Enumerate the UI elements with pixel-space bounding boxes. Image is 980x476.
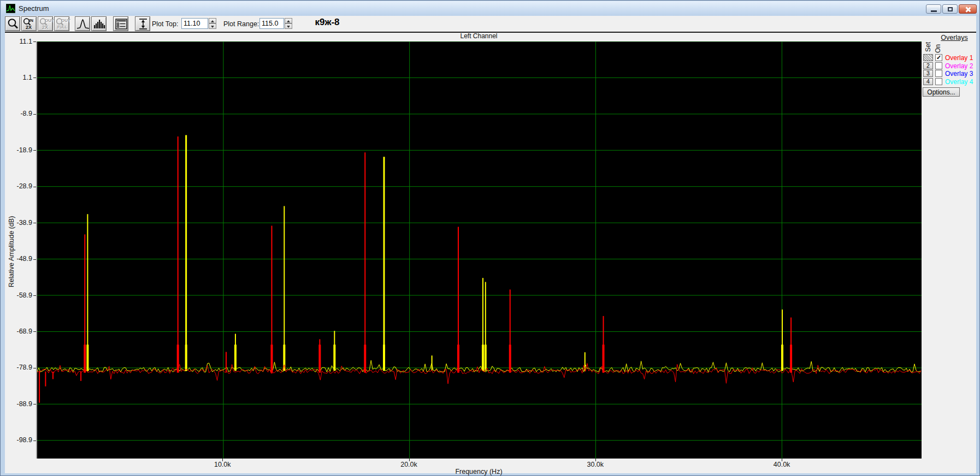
zoom-out-2x-button[interactable]: OUT 2X — [38, 16, 53, 31]
overlay-checkbox-2[interactable] — [935, 62, 942, 69]
minimize-button[interactable] — [926, 4, 941, 14]
y-tick-label: -98.9 — [1, 436, 32, 444]
y-tick-label: -28.9 — [1, 182, 32, 191]
y-axis-label: Relative Amplitude (dB) — [8, 216, 15, 288]
overlay-label-2: Overlay 2 — [945, 62, 973, 70]
y-tick-label: 1.1 — [1, 74, 32, 82]
curve-mode-button[interactable] — [75, 16, 90, 31]
overlay-checkbox-4[interactable] — [935, 78, 942, 85]
overlay-label-4: Overlay 4 — [945, 78, 973, 86]
y-tick-label: -18.9 — [1, 146, 32, 154]
zoom-out-full-text: OUT — [61, 18, 70, 23]
bars-mode-button[interactable] — [91, 16, 107, 31]
plot-top-input[interactable] — [181, 18, 208, 29]
overlay-set-button-2[interactable]: 2 — [923, 62, 933, 69]
spectrum-window: Spectrum IN 2X OUT 2X OUT FULL — [0, 0, 980, 476]
x-axis-label: Frequency (Hz) — [36, 468, 922, 475]
zoom-out-full-button[interactable]: OUT FULL — [54, 16, 69, 31]
x-tick-mark — [595, 459, 596, 461]
y-tick-label: -88.9 — [1, 400, 32, 408]
overlay-set-button-4[interactable]: 4 — [923, 78, 933, 85]
maximize-button[interactable] — [942, 4, 958, 14]
y-tick-mark — [33, 295, 36, 296]
user-plot-title: к9ж-8 — [294, 17, 360, 28]
y-tick-mark — [33, 150, 36, 151]
plot-range-spin-up[interactable] — [285, 18, 292, 23]
spectrum-bars-icon — [92, 17, 107, 31]
window-title: Spectrum — [19, 4, 49, 13]
y-tick-label: -38.9 — [1, 219, 32, 227]
magnifier-icon — [5, 17, 21, 31]
x-tick-label: 20.0k — [395, 461, 423, 468]
control-dialog-button[interactable] — [113, 16, 128, 31]
y-tick-mark — [33, 441, 36, 441]
x-tick-mark — [222, 459, 223, 461]
overlays-set-column-label: Set — [924, 42, 932, 52]
spectrum-traces — [37, 41, 922, 459]
plot-range-label: Plot Range: — [223, 20, 259, 28]
y-tick-mark — [33, 187, 36, 187]
titlebar[interactable]: Spectrum — [1, 1, 980, 16]
spectrum-curve-icon — [75, 17, 91, 31]
spectrum-plot-area[interactable] — [36, 41, 922, 459]
y-tick-mark — [33, 114, 36, 115]
dialog-icon — [114, 17, 129, 31]
overlay-checkbox-3[interactable] — [935, 70, 942, 77]
zoom-out-full-text2: FULL — [57, 25, 67, 29]
y-tick-mark — [33, 368, 36, 368]
zoom-out-2x-text: 2X — [42, 25, 48, 30]
zoom-out-text: OUT — [45, 18, 54, 23]
plot-top-label: Plot Top: — [152, 20, 178, 28]
overlay-label-3: Overlay 3 — [945, 70, 973, 78]
overlay-set-button-1[interactable]: 1 — [923, 54, 933, 61]
y-tick-label: 11.1 — [1, 38, 32, 46]
x-tick-label: 10.0k — [209, 461, 236, 468]
x-tick-label: 40.0k — [768, 461, 795, 468]
y-tick-mark — [33, 78, 36, 78]
app-icon — [6, 4, 15, 13]
zoom-button[interactable] — [5, 16, 20, 31]
zoom-in-2x-text: 2X — [26, 25, 32, 30]
x-tick-mark — [782, 459, 782, 461]
y-tick-mark — [33, 41, 36, 42]
y-tick-mark — [33, 223, 36, 223]
y-tick-label: -48.9 — [1, 255, 32, 263]
minimize-icon — [931, 10, 937, 12]
close-button[interactable] — [959, 4, 977, 14]
overlay-label-1: Overlay 1 — [945, 54, 973, 62]
maximize-icon — [948, 7, 953, 11]
overlay-checkbox-1[interactable]: ✓ — [935, 54, 942, 61]
x-tick-label: 30.0k — [582, 461, 609, 468]
plot-range-spinner — [285, 18, 292, 29]
y-tick-mark — [33, 259, 36, 260]
y-tick-label: -68.9 — [1, 328, 32, 336]
vertical-autoscale-button[interactable] — [135, 16, 150, 31]
y-tick-label: -78.9 — [1, 364, 32, 372]
plot-top-spinner — [209, 18, 216, 29]
plot-range-input[interactable] — [259, 18, 284, 29]
x-tick-mark — [409, 459, 410, 461]
y-tick-mark — [33, 404, 36, 404]
overlay-set-button-3[interactable]: 3 — [923, 70, 933, 77]
y-tick-label: -8.9 — [1, 110, 32, 118]
plot-top-spin-up[interactable] — [209, 18, 216, 23]
overlays-heading[interactable]: Overlays — [932, 34, 976, 41]
overlays-options-button[interactable]: Options... — [923, 87, 960, 97]
y-tick-label: -58.9 — [1, 291, 32, 300]
y-tick-mark — [33, 331, 36, 332]
overlays-on-column-label: On — [934, 44, 942, 53]
zoom-in-2x-button[interactable]: IN 2X — [21, 16, 37, 31]
vertical-range-icon — [135, 17, 151, 31]
zoom-in-text: IN — [29, 18, 33, 23]
channel-title: Left Channel — [36, 32, 922, 40]
plot-range-spin-down[interactable] — [285, 23, 292, 29]
plot-top-spin-down[interactable] — [209, 23, 216, 29]
